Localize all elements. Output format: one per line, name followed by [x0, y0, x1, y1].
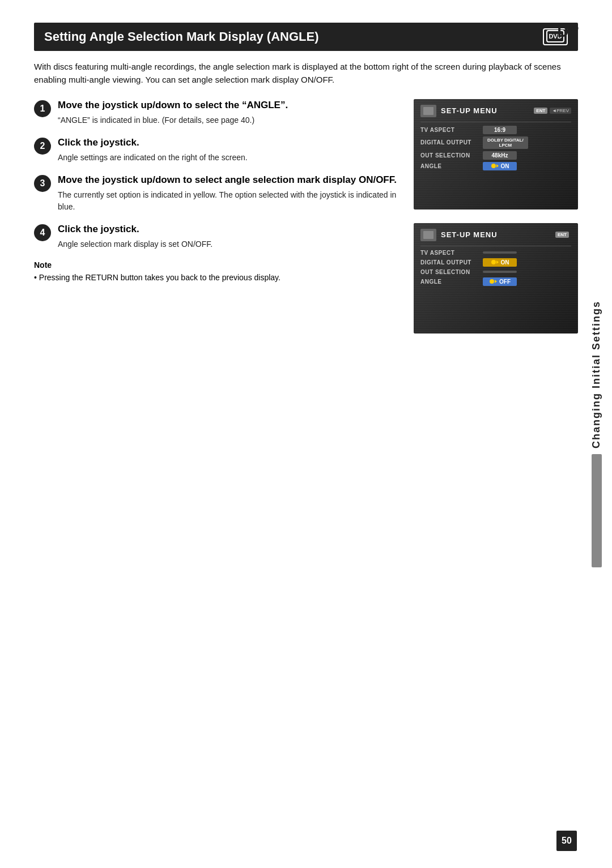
step-1-content: Move the joystick up/down to select the …	[58, 99, 397, 126]
menu-row-2-0: TV ASPECT	[420, 250, 571, 256]
svg-point-2	[491, 164, 496, 168]
menu-row-1-3: ANGLE ON	[420, 162, 571, 170]
step-1-desc: “ANGLE” is indicated in blue. (For detai…	[58, 114, 397, 126]
step-3-desc: The currently set option is indicated in…	[58, 189, 397, 213]
screenshot-1: SET-UP MENU ENT ◄PREV TV ASPECT 16:9 DIG…	[414, 99, 578, 209]
step-2-number: 2	[34, 138, 51, 155]
step-1-title: Move the joystick up/down to select the …	[58, 99, 397, 112]
step-1-number: 1	[34, 100, 51, 117]
step-2-title: Click the joystick.	[58, 136, 397, 149]
ent-badge-2: ENT	[555, 232, 569, 238]
step-4-title: Click the joystick.	[58, 223, 397, 236]
step-4-desc: Angle selection mark display is set ON/O…	[58, 238, 397, 250]
page-title: Setting Angle Selection Mark Display (AN…	[44, 29, 535, 44]
menu-row-1-2: OUT SELECTION 48kHz	[420, 151, 571, 160]
note-text: Pressing the RETURN button takes you bac…	[34, 272, 397, 284]
step-1: 1 Move the joystick up/down to select th…	[34, 99, 397, 126]
screenshots-area: SET-UP MENU ENT ◄PREV TV ASPECT 16:9 DIG…	[414, 99, 578, 333]
step-4: 4 Click the joystick. Angle selection ma…	[34, 223, 397, 250]
intro-text: With discs featuring multi-angle recordi…	[34, 60, 578, 87]
menu-divider-2	[420, 246, 571, 246]
header-bar: Setting Angle Selection Mark Display (AN…	[34, 23, 578, 51]
menu-screen-1: SET-UP MENU ENT ◄PREV TV ASPECT 16:9 DIG…	[414, 99, 578, 209]
menu-title-1: SET-UP MENU	[441, 106, 534, 115]
menu-header-1: SET-UP MENU ENT ◄PREV	[420, 105, 571, 117]
menu-row-1-0: TV ASPECT 16:9	[420, 126, 571, 134]
prev-badge-1: ◄PREV	[550, 108, 571, 114]
note-title: Note	[34, 260, 397, 270]
page-number: 50	[556, 831, 577, 851]
svg-marker-3	[496, 164, 499, 168]
step-2: 2 Click the joystick. Angle settings are…	[34, 136, 397, 164]
menu-header-2: SET-UP MENU ENT	[420, 229, 571, 241]
note-section: Note Pressing the RETURN button takes yo…	[34, 260, 397, 284]
menu-row-2-3: ANGLE OFF	[420, 277, 571, 286]
menu-icon-1	[420, 105, 436, 117]
menu-row-2-2: OUT SELECTION	[420, 269, 571, 275]
right-sidebar: Changing Initial Settings	[581, 0, 612, 868]
menu-screen-2: SET-UP MENU ENT TV ASPECT DIGITAL OUTPUT…	[414, 223, 578, 333]
step-3: 3 Move the joystick up/down to select an…	[34, 174, 397, 213]
sidebar-bar	[592, 454, 602, 567]
menu-icon-2	[420, 229, 436, 241]
svg-marker-5	[496, 260, 499, 264]
menu-title-2: SET-UP MENU	[441, 230, 555, 239]
svg-point-6	[490, 279, 494, 284]
step-3-title: Move the joystick up/down to select angl…	[58, 174, 397, 186]
svg-point-4	[491, 260, 496, 264]
dvd-corner-badge: DVD	[557, 23, 578, 41]
ent-badge-1: ENT	[534, 108, 547, 114]
screenshot-2: SET-UP MENU ENT TV ASPECT DIGITAL OUTPUT…	[414, 223, 578, 333]
step-2-desc: Angle settings are indicated on the righ…	[58, 152, 397, 164]
menu-divider-1	[420, 122, 571, 122]
step-4-content: Click the joystick. Angle selection mark…	[58, 223, 397, 250]
step-2-content: Click the joystick. Angle settings are i…	[58, 136, 397, 164]
step-3-number: 3	[34, 175, 51, 192]
page-container: Setting Angle Selection Mark Display (AN…	[0, 0, 612, 868]
step-3-content: Move the joystick up/down to select angl…	[58, 174, 397, 213]
step-4-number: 4	[34, 224, 51, 241]
menu-row-2-1: DIGITAL OUTPUT ON	[420, 258, 571, 267]
sidebar-vertical-text: Changing Initial Settings	[590, 301, 602, 448]
content-area: 1 Move the joystick up/down to select th…	[34, 99, 578, 333]
steps-area: 1 Move the joystick up/down to select th…	[34, 99, 414, 333]
svg-marker-7	[495, 280, 497, 283]
menu-row-1-1: DIGITAL OUTPUT DOLBY DIGITAL/LPCM	[420, 136, 571, 149]
